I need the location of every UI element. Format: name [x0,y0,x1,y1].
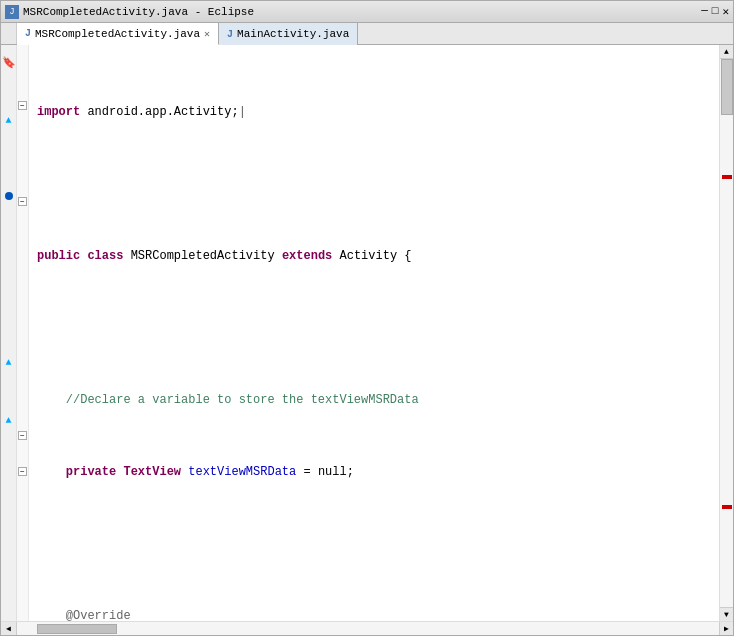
bookmark-icon: 🔖 [2,56,16,69]
overview-marker-red-2 [722,505,732,509]
tab-label-msrcompleted: MSRCompletedActivity.java [35,28,200,40]
maximize-button[interactable]: □ [712,5,719,18]
fold-marker-2[interactable]: − [18,197,27,206]
code-content: import android.app.Activity;| public cla… [29,45,719,621]
code-line: private TextView textViewMSRData = null; [37,463,711,481]
horizontal-scrollbar[interactable]: ◀ ▶ [1,621,733,635]
code-line: import android.app.Activity;| [37,103,711,121]
tab-close-msrcompleted[interactable]: ✕ [204,28,210,40]
scroll-up-button[interactable]: ▲ [720,45,733,59]
scroll-right-button[interactable]: ▶ [719,622,733,635]
fold-marker-4[interactable]: − [18,467,27,476]
fold-marker-3[interactable]: − [18,431,27,440]
code-line [37,535,711,553]
fold-arrow-1: ▲ [5,115,11,126]
tab-label-mainactivity: MainActivity.java [237,28,349,40]
breakpoint-dot [5,192,13,200]
tab-bar: J MSRCompletedActivity.java ✕ J MainActi… [1,23,733,45]
scroll-left-button[interactable]: ◀ [1,622,17,635]
tab-icon-java2: J [227,29,233,40]
minimize-button[interactable]: ─ [701,5,708,18]
fold-arrow-3: ▲ [5,415,11,426]
code-line [37,175,711,193]
close-button[interactable]: ✕ [722,5,729,18]
tab-mainactivity[interactable]: J MainActivity.java [219,23,358,45]
code-line: @Override [37,607,711,621]
titlebar-title: MSRCompletedActivity.java - Eclipse [23,6,254,18]
code-line: public class MSRCompletedActivity extend… [37,247,711,265]
tab-icon-java: J [25,28,31,39]
scrollbar-thumb[interactable] [721,59,733,115]
app-icon: J [5,5,19,19]
fold-marker-1[interactable]: − [18,101,27,110]
fold-gutter: − − − − [17,45,29,621]
overview-marker-red-1 [722,175,732,179]
tab-msrcompleted[interactable]: J MSRCompletedActivity.java ✕ [17,23,219,45]
horizontal-scrollbar-thumb[interactable] [37,624,117,634]
editor-area: 🔖 ▲ ▲ ▲ − [1,45,733,621]
fold-arrow-2: ▲ [5,357,11,368]
titlebar: J MSRCompletedActivity.java - Eclipse ─ … [1,1,733,23]
scroll-down-button[interactable]: ▼ [720,607,733,621]
left-marker-gutter: 🔖 ▲ ▲ ▲ [1,45,17,621]
overview-ruler[interactable]: ▲ ▼ [719,45,733,621]
code-line [37,319,711,337]
code-line: //Declare a variable to store the textVi… [37,391,711,409]
code-editor[interactable]: import android.app.Activity;| public cla… [29,45,719,621]
main-window: J MSRCompletedActivity.java - Eclipse ─ … [0,0,734,636]
